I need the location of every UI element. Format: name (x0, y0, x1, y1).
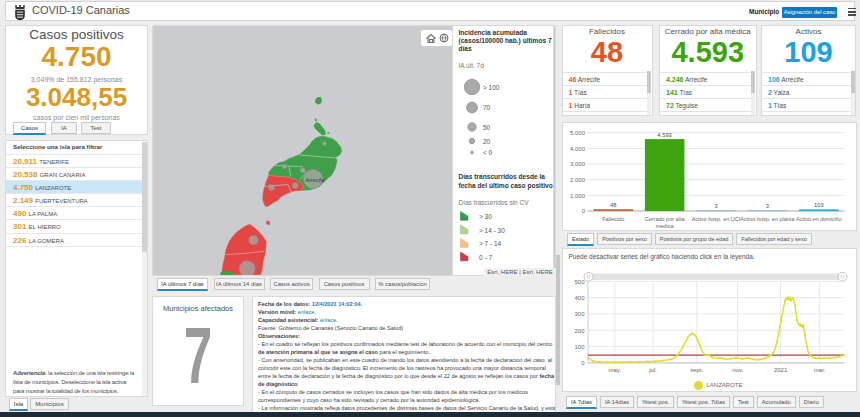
svg-text:Activo hosp. en UCI: Activo hosp. en UCI (691, 216, 740, 222)
svg-text:20: 20 (483, 138, 491, 145)
svg-text:100: 100 (574, 344, 585, 350)
svg-text:2021: 2021 (773, 367, 787, 373)
svg-text:500: 500 (574, 279, 585, 285)
svg-text:400: 400 (574, 295, 585, 301)
svg-text:may.: may. (608, 367, 621, 373)
svg-text:Activo en domicilio: Activo en domicilio (796, 216, 842, 222)
svg-text:sept.: sept. (690, 367, 703, 373)
svg-text:103: 103 (813, 202, 823, 208)
svg-text:3.000: 3.000 (569, 161, 585, 167)
svg-text:Activo hosp. en planta: Activo hosp. en planta (740, 216, 795, 222)
svg-text:> 30: > 30 (479, 213, 492, 220)
svg-text:48: 48 (609, 202, 615, 208)
svg-text:0 - 7: 0 - 7 (479, 254, 492, 261)
svg-text:jul.: jul. (648, 367, 657, 373)
svg-text:200: 200 (574, 328, 585, 334)
svg-text:300: 300 (574, 311, 585, 317)
svg-text:0: 0 (581, 208, 585, 214)
svg-text:Fallecido: Fallecido (602, 216, 624, 222)
svg-text:1.000: 1.000 (569, 193, 585, 199)
svg-text:70: 70 (483, 104, 491, 111)
svg-text:Arrecife: Arrecife (306, 177, 325, 183)
svg-text:médica: médica (655, 223, 674, 229)
svg-text:4.000: 4.000 (569, 146, 585, 152)
svg-text:5.000: 5.000 (569, 130, 585, 136)
svg-text:> 14 - 30: > 14 - 30 (479, 227, 505, 234)
svg-text:3: 3 (714, 203, 717, 209)
svg-text:Cerrado por alta: Cerrado por alta (644, 216, 685, 222)
svg-text:0: 0 (581, 360, 585, 366)
svg-text:4.593: 4.593 (657, 132, 672, 138)
svg-text:> 7 - 14: > 7 - 14 (479, 240, 502, 247)
svg-text:mar.: mar. (813, 367, 825, 373)
svg-text:3: 3 (765, 203, 768, 209)
svg-text:nov.: nov. (732, 367, 743, 373)
svg-text:2.000: 2.000 (569, 177, 585, 183)
svg-text:> 100: > 100 (483, 84, 500, 91)
svg-text:< 0: < 0 (483, 149, 493, 156)
svg-text:50: 50 (483, 124, 491, 131)
